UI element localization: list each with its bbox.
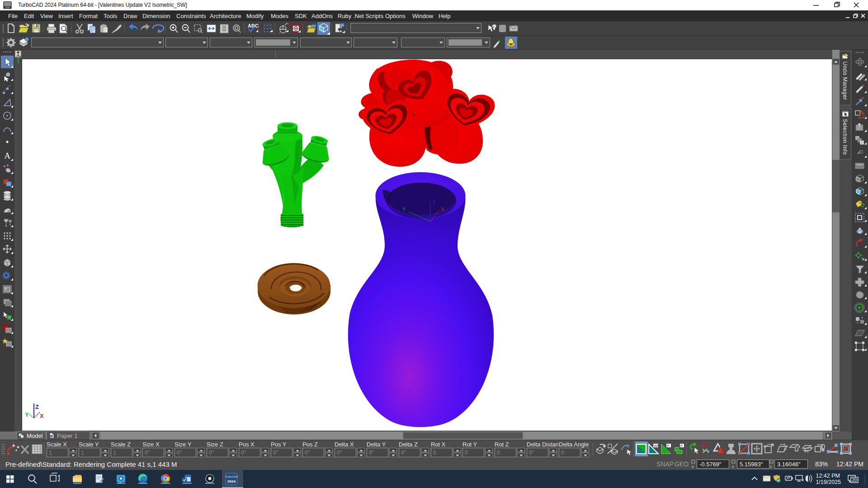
svg-text:20: 20 — [852, 478, 857, 483]
svg-text:x: x — [692, 465, 694, 469]
svg-text:TurboCAD: TurboCAD — [225, 475, 238, 478]
svg-text:P: P — [680, 444, 683, 448]
svg-text:?: ? — [492, 23, 496, 31]
svg-text:12:42 PM: 12:42 PM — [816, 473, 840, 479]
svg-text:Y: Y — [402, 206, 406, 212]
svg-text:2024: 2024 — [227, 479, 236, 483]
svg-text:WP: WP — [654, 444, 660, 448]
svg-text:P: P — [667, 444, 669, 448]
svg-text:2024: 2024 — [5, 6, 10, 9]
svg-text:Z: Z — [433, 200, 436, 205]
svg-text:z: z — [770, 465, 772, 469]
svg-text:y: y — [732, 465, 734, 469]
svg-text:X: X — [441, 206, 444, 212]
svg-text:X: X — [40, 413, 44, 419]
svg-text:A: A — [4, 151, 10, 160]
svg-text:1/19/2025: 1/19/2025 — [816, 479, 841, 485]
svg-text:Y: Y — [25, 411, 29, 418]
svg-text:Z: Z — [35, 404, 39, 410]
